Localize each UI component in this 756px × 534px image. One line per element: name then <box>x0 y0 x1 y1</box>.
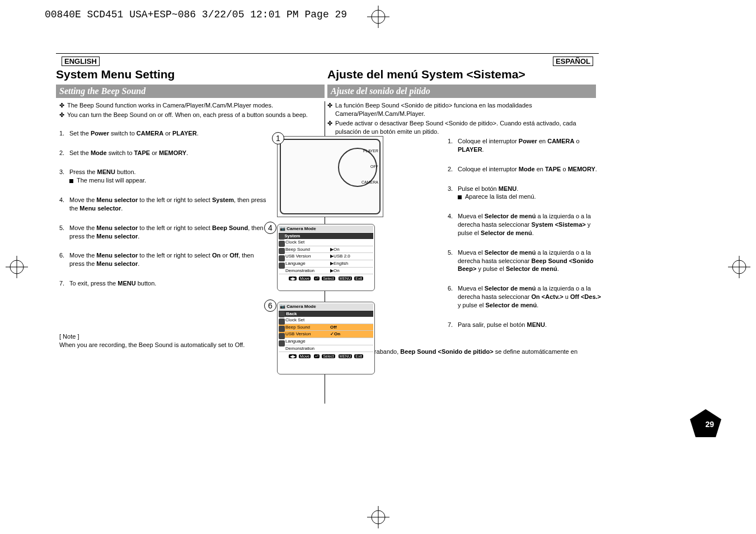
step-number: 1. <box>59 129 69 138</box>
file-header-line: 00840E SCD451 USA+ESP~086 3/22/05 12:01 … <box>45 9 347 20</box>
step-number: 3. <box>59 168 69 185</box>
language-badge-english: ENGLISH <box>62 57 100 66</box>
step-number: 1. <box>448 137 458 154</box>
intro-text: La función Beep Sound <Sonido de pitido>… <box>335 101 596 118</box>
english-column: ✤The Beep Sound function works in Camera… <box>59 101 266 349</box>
camera-power-illustration: PLAYER OFF CAMERA <box>277 136 383 217</box>
step-number: 4. <box>59 196 69 213</box>
step-text: Mueva el Selector de menú a la izquierda… <box>458 212 604 237</box>
menu-item-key: Demonstration <box>285 346 330 352</box>
step-number: 5. <box>448 249 458 274</box>
menu-item-value: ▶English <box>330 261 348 266</box>
step-text: Mueva el Selector de menú a la izquierda… <box>458 284 604 310</box>
step-number: 2. <box>448 165 458 174</box>
menu-item-key: Demonstration <box>285 268 330 274</box>
dial-label-camera: CAMERA <box>361 180 378 184</box>
step-text: Move the Menu selector to the left or ri… <box>69 251 266 268</box>
content-frame: ENGLISH ESPAÑOL System Menu Setting Ajus… <box>56 53 599 101</box>
menu-item-value: ✓On <box>330 331 340 337</box>
menu-screen-beep-sound: 📷 Camera Mode ⬆ Back Clock Set Beep Soun… <box>277 302 375 374</box>
menu-icon-column <box>279 233 285 270</box>
dial-label-off: OFF <box>370 165 378 168</box>
step-text: Mueva el Selector de menú a la izquierda… <box>458 249 604 274</box>
menu-item-key: Language <box>285 339 330 344</box>
note-heading: [ Note ] <box>59 332 266 341</box>
step-circle-4: 4 <box>264 222 276 234</box>
step-text: Coloque el interruptor Power en CAMERA o… <box>458 137 604 154</box>
menu-item-key: Beep Sound <box>285 325 330 330</box>
page-number: 29 <box>705 420 714 429</box>
menu-item-value: ▶USB 2.0 <box>330 254 350 259</box>
step-text: Para salir, pulse el botón MENU. <box>458 321 604 329</box>
menu-footer: ◀▶Move ⏎Select MENUExit <box>279 277 373 281</box>
crop-mark-icon <box>6 256 28 278</box>
bullet-icon: ✤ <box>59 111 67 119</box>
step-text: Coloque el interruptor Mode en TAPE o ME… <box>458 165 604 174</box>
menu-category: ▶System <box>279 233 373 240</box>
menu-item-value: Off <box>330 325 337 330</box>
intro-text: You can turn the Beep Sound on or off. W… <box>67 111 317 119</box>
bullet-icon: ✤ <box>59 101 67 110</box>
step-number: 4. <box>448 212 458 237</box>
step-number: 6. <box>59 251 69 268</box>
menu-screen-system: 📷 Camera Mode ▶System Clock Set Beep Sou… <box>277 224 375 291</box>
step-number: 7. <box>448 321 458 329</box>
menu-item-key: USB Version <box>285 331 330 337</box>
page-root: 00840E SCD451 USA+ESP~086 3/22/05 12:01 … <box>0 0 756 534</box>
dial-label-player: PLAYER <box>363 149 378 153</box>
intro-text: Puede activar o desactivar Beep Sound <S… <box>335 119 596 136</box>
menu-title: 📷 Camera Mode <box>279 226 373 232</box>
menu-title: 📷 Camera Mode <box>279 303 373 310</box>
subsection-title-spanish: Ajuste del sonido del pitido <box>327 85 596 98</box>
bullet-icon: ✤ <box>327 101 335 118</box>
menu-item-key: Clock Set <box>285 240 330 245</box>
step-number: 7. <box>59 279 69 288</box>
menu-item-key: Language <box>285 261 330 266</box>
step-number: 2. <box>59 149 69 157</box>
language-badge-spanish: ESPAÑOL <box>553 57 593 66</box>
step-circle-6: 6 <box>264 299 276 312</box>
step-text: Set the Power switch to CAMERA or PLAYER… <box>69 129 266 138</box>
step-number: 6. <box>448 284 458 310</box>
crop-mark-icon <box>367 6 389 28</box>
menu-item-value: ▶On <box>330 247 340 252</box>
subsection-title-english: Setting the Beep Sound <box>56 85 325 98</box>
step-text: Move the Menu selector to the left or ri… <box>69 224 266 241</box>
note-body: When you are recording, the Beep Sound i… <box>59 341 266 349</box>
menu-back: ⬆ Back <box>279 311 373 317</box>
crop-mark-icon <box>367 506 389 528</box>
menu-item-key: USB Version <box>285 254 330 259</box>
step-text: Pulse el botón MENU.Aparece la lista del… <box>458 185 604 202</box>
step-text: Move the Menu selector to the left or ri… <box>69 196 266 213</box>
menu-item-key: Clock Set <box>285 317 330 323</box>
step-text: Set the Mode switch to TAPE or MEMORY. <box>69 149 266 157</box>
bullet-icon: ✤ <box>327 119 335 136</box>
section-title-spanish: Ajuste del menú System <Sistema> <box>327 68 525 81</box>
spanish-column-steps: 1.Coloque el interruptor Power en CAMERA… <box>448 137 604 331</box>
menu-footer: ◀▶Move ⏎Select MENUExit <box>279 354 373 359</box>
step-text: Press the MENU button.The menu list will… <box>69 168 266 185</box>
spanish-column-intro: ✤La función Beep Sound <Sonido de pitido… <box>327 101 596 137</box>
step-number: 3. <box>448 185 458 202</box>
menu-icon-column <box>279 311 285 348</box>
crop-mark-icon <box>728 256 750 278</box>
menu-item-key: Beep Sound <box>285 247 330 252</box>
step-text: To exit, press the MENU button. <box>69 279 266 288</box>
step-circle-1: 1 <box>272 132 284 144</box>
step-number: 5. <box>59 224 69 241</box>
menu-item-value: ▶On <box>330 268 340 274</box>
intro-text: The Beep Sound function works in Camera/… <box>67 101 317 110</box>
